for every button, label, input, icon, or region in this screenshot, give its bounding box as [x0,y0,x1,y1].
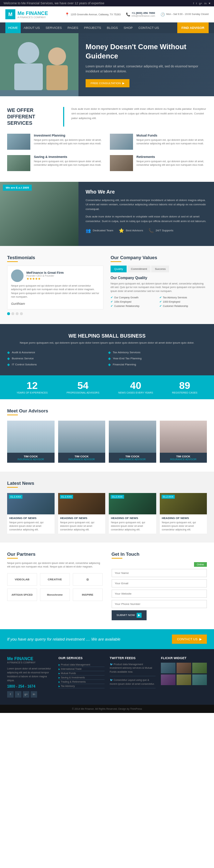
service-desc: Neque porro quisquam est, qui dolorem ip… [34,138,105,146]
email-field[interactable] [112,579,207,587]
service-item: Mutual Funds Neque porro quisquam est, q… [110,134,207,150]
phone-text: +1 (800) 456 7890 [132,11,155,15]
partner-logo-creative: CREATIVE [40,573,70,586]
nav-services[interactable]: SERVICES [43,22,65,33]
footer-facebook-icon[interactable]: f [7,691,14,698]
nav-shop[interactable]: SHOP [121,22,136,33]
service-desc: Neque porro quisquam est, qui dolorem ip… [137,160,207,167]
cta-banner: If you have any querry for related inves… [0,629,214,649]
bullet-icon: ◆ [108,363,111,366]
tab-quality[interactable]: Quality [111,266,127,272]
nav-about[interactable]: ABOUT US [21,22,43,33]
services-section: WE OFFER DIFFERENT SERVICES Duis aute ir… [0,96,214,182]
services-grid: Investment Planning Neque porro quisquam… [7,134,207,171]
name-field[interactable] [112,569,207,577]
footer-service-item[interactable]: International Trade [58,667,105,671]
service-item: Saving & Investments Neque porro quisqua… [7,155,105,171]
site-header: M Me FINANCE A FINANCE'S COMPANY 📍 1205 … [0,6,214,22]
footer-service-item[interactable]: Tax Advisory [58,684,105,688]
stat-number: 12 [17,381,48,391]
email-text: info@mefinance.com [132,15,155,17]
footer-service-item[interactable]: Mutual Funds [58,671,105,676]
footer-linkedin-icon[interactable]: in [31,691,37,698]
bullet-icon: ◆ [7,363,10,366]
dot-2[interactable] [11,312,14,315]
who-section: We are E.s.t 2005 Who We Are Consectetur… [0,182,214,246]
values-content-heading: Our Company Quality [111,276,207,280]
dot-3[interactable] [16,312,19,315]
news-date: 01.2.XXX [60,495,73,499]
footer-google-icon[interactable]: g+ [23,691,29,698]
dot-4[interactable] [20,312,23,315]
footer-twitter-icon[interactable]: t [15,691,21,698]
news-card: 01.2.XXX HEADING OF NEWS Neque porro qui… [58,493,106,533]
nav-projects[interactable]: PROJECTS [81,22,104,33]
bullet-icon: ◆ [7,356,10,360]
nav-home[interactable]: HOME [5,22,21,33]
advisor-photo [58,421,106,453]
advisor-card: TIM COCK INSURANCE ADVISOR [7,421,55,463]
testimonials-heading: Testimonials [7,255,103,260]
advisor-card: TIM COCK INSURANCE ADVISOR [160,421,207,463]
footer-service-item[interactable]: Saving & Investments [58,676,105,680]
cta-contact-button[interactable]: CONTACT US ▶ [172,635,207,644]
news-date: 01.2.XXX [162,495,175,499]
logo-icon: M [5,9,15,19]
flickr-thumb [192,674,207,685]
news-image: 01.2.XXX [7,493,55,514]
google-icon[interactable]: g+ [199,2,202,5]
testimonial-name: MeFinance is Great Firm [26,271,64,274]
stat-cases: 89 REGISTERED CASES [172,381,197,394]
stats-bar: 12 YEARS OF EXPERIENCES 54 PROFESSIONAL … [0,375,214,399]
advisor-name: TIM COCK [60,455,103,458]
main-nav: HOME ABOUT US SERVICES PAGES PROJECTS BL… [0,22,214,33]
news-text: Neque porro quisquam est, qui dolorem ip… [9,521,52,531]
find-advisor-button[interactable]: FIND ADVISOR [177,22,209,33]
service-desc: Neque porro quisquam est, qui dolorem ip… [34,160,105,167]
values-list-item: ✔Customer Relationship [159,304,207,308]
values-tabs: Quality Commitment Success [111,266,207,272]
address-text: 1205 Greenville Avenue, Callaway, TX 752… [71,13,121,16]
nav-contact[interactable]: CONTACT US [136,22,162,33]
footer-service-item[interactable]: Product data Management [58,663,105,667]
consultation-button[interactable]: FREE CONSULTATION ▶ [86,79,129,87]
stat-advisors: 54 PROFESSIONAL ADVISORS [67,381,100,394]
flickr-thumb [161,674,175,685]
values-list-item: ✔100c Employed [111,300,158,303]
advisor-card: TIM COCK INSURANCE ADVISOR [58,421,106,463]
footer-social-links: f t g+ in [7,691,53,698]
clock-icon: 🕐 [160,12,165,16]
values-underline [111,261,121,262]
who-stat-support: 📞 24/7 Supports [148,228,173,233]
partners-contact-section: Our Partners Neque porro quisquam est, q… [0,543,214,629]
testimonial-stars: ★★★★★ [26,277,64,281]
partners-logos: VIDEOLAB CREATIVE ◎ ARTISAN SPICED Monoc… [7,573,103,601]
linkedin-icon[interactable]: in [204,2,207,5]
heart-icon[interactable]: ♥ [209,2,210,5]
website-field[interactable] [112,590,207,598]
dot-1[interactable] [7,312,10,315]
service-text: Investment Planning Neque porro quisquam… [34,134,105,146]
nav-pages[interactable]: PAGES [65,22,81,33]
address-item: 📍 1205 Greenville Avenue, Callaway, TX 7… [65,11,121,17]
service-title: Mutual Funds [137,134,207,137]
footer-logo-sub: A FINANCE'S COMPANY [7,661,53,664]
tab-success[interactable]: Success [151,266,169,272]
submit-button[interactable]: SUBMIT NOW ▶ [112,610,147,620]
footer-about: Me FINANCE A FINANCE'S COMPANY Lorem ips… [7,656,53,698]
advisor-name: TIM COCK [111,455,154,458]
tab-commitment[interactable]: Commitment [127,266,151,272]
bullet-icon: ◆ [7,350,10,354]
online-badge: Online [112,562,207,567]
hero-content: Money Doesn't Come Without Guidence Lore… [78,33,214,96]
facebook-icon[interactable]: f [193,2,194,5]
helping-item: ◆Business Service [7,356,106,360]
nav-blogs[interactable]: BLOGS [104,22,121,33]
services-title-block: WE OFFER DIFFERENT SERVICES [7,107,64,127]
twitter-icon[interactable]: t [196,2,197,5]
footer-service-item[interactable]: Trading & Retirements [58,680,105,684]
support-icon: 📞 [148,228,154,233]
phone-field[interactable] [112,600,207,608]
news-date: 01.2.XXX [111,495,124,499]
who-stats: 👥 Dedicated Team ⭐ Best Advisors 📞 24/7 … [86,228,207,233]
